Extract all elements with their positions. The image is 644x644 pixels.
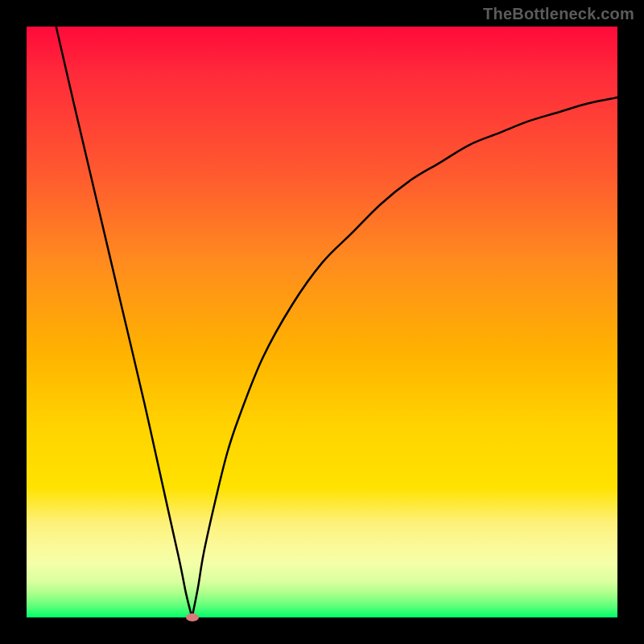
minimum-marker bbox=[186, 613, 199, 621]
watermark-text: TheBottleneck.com bbox=[483, 5, 634, 23]
plot-area bbox=[27, 27, 617, 617]
bottleneck-curve bbox=[27, 27, 617, 617]
chart-frame: TheBottleneck.com bbox=[0, 0, 644, 644]
